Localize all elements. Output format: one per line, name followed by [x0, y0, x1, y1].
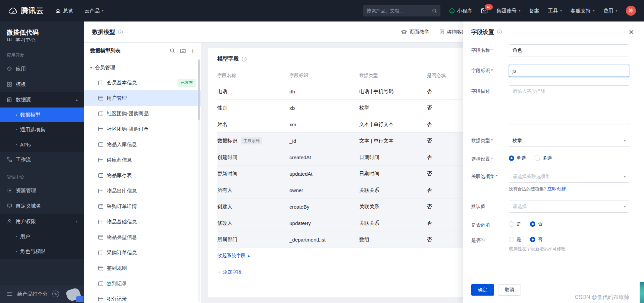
search-box[interactable]	[363, 5, 440, 16]
sidebar-item-role[interactable]: 角色与权限	[0, 244, 84, 259]
tree-item[interactable]: 签到规则	[84, 260, 201, 276]
page-tutorial-button[interactable]: 页面教学	[401, 29, 429, 35]
table-icon	[98, 297, 103, 301]
field-key-label: 字段标识*	[471, 65, 509, 77]
tree-item[interactable]: 积分记录	[84, 291, 201, 303]
sidebar: 微搭低代码 学习中心 应用开发 应用	[0, 21, 84, 303]
option-set-helper: 没有合适的选项集?	[509, 186, 546, 191]
workflow-icon	[7, 157, 12, 162]
table-icon	[98, 158, 103, 162]
page-scrollbar-thumb[interactable]	[640, 282, 644, 303]
info-icon[interactable]	[497, 29, 502, 35]
scrollbar-thumb[interactable]	[198, 59, 200, 120]
nav-filing[interactable]: 备案	[529, 8, 539, 14]
rate-product-link[interactable]: 给产品打个分	[17, 291, 48, 297]
radio-icon	[530, 237, 535, 242]
nav-cloud-products[interactable]: 云产品 ▾	[85, 8, 104, 14]
default-value-select[interactable]: 请选择 ▾	[509, 201, 629, 213]
info-icon[interactable]	[118, 29, 123, 35]
tree-item[interactable]: 社区团购-团购商品	[84, 106, 201, 121]
add-model-icon[interactable]: +	[191, 47, 195, 54]
sidebar-item-apis[interactable]: APIs	[0, 137, 84, 152]
pen-icon[interactable]: ✎	[52, 291, 59, 297]
table-icon	[98, 220, 103, 224]
sidebar-item-template[interactable]: 模板	[0, 77, 84, 92]
chevron-down-icon: ▾	[560, 9, 562, 12]
home-icon	[55, 8, 61, 13]
col-header: 字段名称	[217, 73, 289, 79]
add-field-link[interactable]: 添加字段	[223, 269, 242, 275]
cancel-button[interactable]: 取消	[498, 284, 521, 296]
radio-unique-yes[interactable]: 是	[509, 236, 521, 243]
sidebar-item-app[interactable]: 应用	[0, 61, 84, 77]
chevron-down-icon: ▾	[593, 9, 595, 12]
collapse-sidebar-icon[interactable]	[7, 292, 13, 296]
messages-button[interactable]: 41	[481, 8, 488, 13]
tree-item[interactable]: 物品库存表	[84, 168, 201, 183]
tree-item[interactable]: 物品类型信息	[84, 229, 201, 245]
field-name-input[interactable]	[509, 44, 629, 56]
search-input[interactable]	[367, 8, 432, 13]
field-key-input[interactable]	[509, 65, 629, 77]
close-icon[interactable]: ×	[629, 28, 634, 36]
radio-multi-choice[interactable]: 多选	[535, 155, 552, 161]
tree-item-user-mgmt[interactable]: 用户管理	[84, 90, 201, 106]
cloud-logo-icon	[8, 7, 18, 14]
chevron-up-icon: ▴	[76, 98, 77, 101]
sidebar-item-resource[interactable]: 资源管理	[0, 183, 84, 198]
radio-required-no[interactable]: 否	[530, 221, 542, 227]
chevron-down-icon: ▾	[615, 9, 617, 12]
sidebar-item-data-model[interactable]: 数据模型	[0, 107, 84, 122]
sidebar-item-clipped[interactable]: 学习中心	[0, 38, 84, 46]
option-set-select[interactable]: 请选择关联选项集 ▾	[509, 171, 629, 183]
nav-tools[interactable]: 工具 ▾	[548, 8, 562, 14]
tree-item[interactable]: 社区团购-团购订单	[84, 121, 201, 137]
tree-item[interactable]: 物品基础信息	[84, 214, 201, 229]
tree-item[interactable]: 采购订单信息	[84, 245, 201, 260]
sidebar-item-user[interactable]: 用户	[0, 229, 84, 244]
model-list-title: 数据模型列表	[90, 48, 120, 54]
tencent-cloud-logo[interactable]: 腾讯云	[8, 6, 44, 16]
app-icon	[7, 66, 12, 72]
col-header: 字段标识	[289, 73, 359, 79]
radio-required-yes[interactable]: 是	[509, 221, 521, 227]
table-icon	[98, 189, 103, 193]
tree-item[interactable]: 签到记录	[84, 276, 201, 291]
tree-item[interactable]: 物品入库信息	[84, 137, 201, 152]
sidebar-item-datasource[interactable]: 数据源 ▴	[0, 92, 84, 107]
table-icon	[98, 173, 103, 178]
tree-item-member-basic[interactable]: 会员基本信息 已发布	[84, 75, 201, 90]
nav-billing[interactable]: 费用 ▾	[603, 8, 617, 14]
nav-group-account[interactable]: 集团账号 ▾	[496, 8, 521, 14]
new-folder-icon[interactable]	[180, 48, 186, 53]
sidebar-item-user-perm[interactable]: 用户权限 ▴	[0, 214, 84, 229]
avatar[interactable]: 韩	[626, 6, 636, 16]
sidebar-item-workflow[interactable]: 工作流	[0, 152, 84, 167]
radio-icon	[535, 156, 540, 161]
sidebar-item-option-set[interactable]: 通用选项集	[0, 122, 84, 137]
search-icon[interactable]	[170, 48, 175, 53]
nav-mini-program[interactable]: 小程序	[449, 8, 472, 14]
bullet-icon	[16, 115, 17, 116]
tree-item[interactable]: 供应商信息	[84, 152, 201, 168]
chevron-up-icon: ▲	[247, 254, 250, 257]
tree-item[interactable]: 采购订单详情	[84, 199, 201, 214]
radio-single-choice[interactable]: 单选	[509, 155, 526, 161]
sidebar-item-custom-domain[interactable]: 自定义域名	[0, 198, 84, 214]
radio-unique-no[interactable]: 否	[530, 236, 542, 243]
create-option-set-link[interactable]: 立即创建	[547, 186, 566, 191]
consult-support-button[interactable]: 咨询客服	[439, 29, 467, 35]
search-icon[interactable]	[432, 8, 437, 13]
field-desc-textarea[interactable]	[509, 85, 629, 125]
info-icon[interactable]	[241, 56, 247, 62]
tree-group-member[interactable]: ▾ 会员管理	[84, 60, 201, 75]
nav-support[interactable]: 客服支持 ▾	[571, 8, 595, 14]
data-type-select[interactable]: 枚举 ▾	[509, 135, 629, 147]
watermark: CSDN @低代码布道师	[575, 294, 629, 301]
collapse-system-fields-link[interactable]: 收起系统字段	[217, 253, 246, 259]
confirm-button[interactable]: 确定	[471, 284, 494, 296]
tree-item[interactable]: 物品出库信息	[84, 183, 201, 199]
nav-overview[interactable]: 总览	[55, 8, 73, 14]
table-icon	[98, 142, 103, 147]
bullet-icon	[16, 251, 17, 252]
